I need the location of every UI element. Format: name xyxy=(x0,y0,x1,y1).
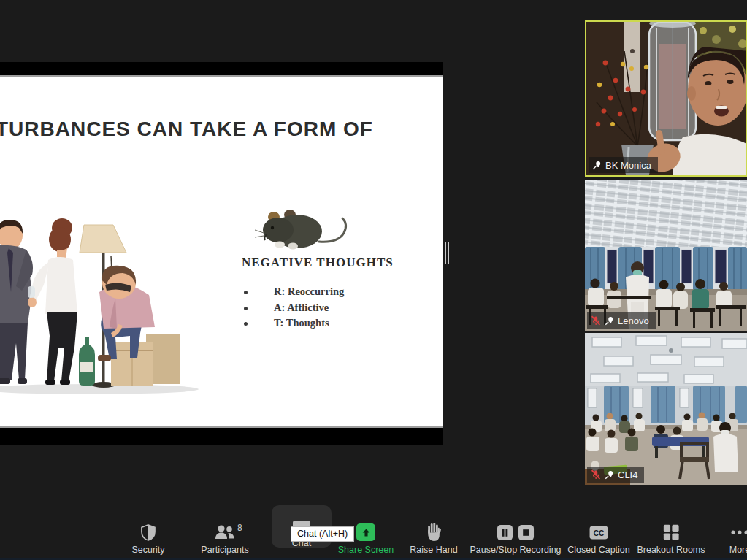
slide-heading: NEGATIVE THOUGHTS xyxy=(242,256,394,270)
participants-label: Participants xyxy=(201,545,248,555)
recording-label: Pause/Stop Recording xyxy=(470,545,561,555)
shared-screen-slide: TURBANCES CAN TAKE A FORM OF xyxy=(0,62,443,445)
breakout-rooms-label: Breakout Rooms xyxy=(637,545,705,555)
slide-bullet-list: R: Reoccurring A: Afflictive T: Thoughts xyxy=(244,285,344,333)
participant-name-badge: Lenovo xyxy=(587,312,656,329)
list-item: A: Afflictive xyxy=(244,302,344,318)
participant-name-badge: BK Monica xyxy=(589,157,658,173)
participant-name: CLI4 xyxy=(618,469,637,480)
video-tile-cli4[interactable]: CLI4 xyxy=(585,333,747,485)
video-frame-classroom-1 xyxy=(585,180,747,331)
svg-text:CC: CC xyxy=(594,529,605,537)
slide-letterbox-top xyxy=(0,62,443,77)
resize-bar xyxy=(448,242,449,264)
cc-icon: CC xyxy=(588,522,610,542)
pin-icon xyxy=(605,470,614,480)
slide-letterbox-bottom xyxy=(0,426,443,445)
hand-icon xyxy=(426,522,442,542)
video-frame-classroom-2 xyxy=(585,333,747,485)
breakout-rooms-button[interactable]: Breakout Rooms xyxy=(629,511,713,558)
stop-icon[interactable] xyxy=(518,524,535,541)
share-screen-label: Share Screen xyxy=(338,545,394,555)
ellipsis-icon xyxy=(730,522,747,542)
mic-off-icon xyxy=(591,315,601,326)
pause-icon[interactable] xyxy=(497,524,513,541)
security-label: Security xyxy=(131,545,164,555)
participants-button[interactable]: 8 Participants xyxy=(187,511,263,558)
slide-title: TURBANCES CAN TAKE A FORM OF xyxy=(0,118,373,141)
list-item: T: Thoughts xyxy=(244,317,344,333)
more-button[interactable]: More xyxy=(718,511,747,558)
more-label: More xyxy=(729,545,747,555)
mic-off-icon xyxy=(591,469,601,480)
bullet-text: R: Reoccurring xyxy=(274,285,344,298)
people-icon xyxy=(214,522,236,542)
participant-name-badge: CLI4 xyxy=(587,467,644,483)
slide-illustration-rat xyxy=(252,205,354,253)
pause-stop-recording-button[interactable]: Pause/Stop Recording xyxy=(464,511,567,558)
pin-icon xyxy=(605,316,614,326)
shield-icon xyxy=(139,522,157,542)
pin-icon xyxy=(592,161,602,170)
resize-bar xyxy=(445,242,446,264)
bullet-text: A: Afflictive xyxy=(274,302,329,314)
closed-caption-label: Closed Caption xyxy=(567,545,629,555)
bullet-dot xyxy=(244,322,248,326)
zoom-meeting-window: { "slide": { "title": "TURBANCES CAN TAK… xyxy=(0,0,747,560)
meeting-toolbar: Security 8 Participants Chat xyxy=(0,511,747,560)
participant-name: Lenovo xyxy=(618,315,649,326)
raise-hand-button[interactable]: Raise Hand xyxy=(403,511,464,558)
grid-icon xyxy=(662,522,680,542)
bullet-text: T: Thoughts xyxy=(274,317,329,329)
raise-hand-label: Raise Hand xyxy=(410,545,457,555)
arrow-up-icon xyxy=(356,523,375,541)
bullet-dot xyxy=(244,307,248,310)
video-tile-lenovo[interactable]: Lenovo xyxy=(585,180,747,331)
list-item: R: Reoccurring xyxy=(244,285,344,302)
video-tile-bk-monica[interactable]: BK Monica xyxy=(585,20,747,177)
participant-name: BK Monica xyxy=(605,160,651,171)
bullet-dot xyxy=(244,291,248,294)
security-button[interactable]: Security xyxy=(117,511,180,558)
closed-caption-button[interactable]: CC Closed Caption xyxy=(561,511,637,558)
slide-illustration-people xyxy=(0,204,199,403)
chat-tooltip: Chat (Alt+H) xyxy=(291,526,354,542)
video-frame-speaker xyxy=(586,22,747,175)
participants-count-badge: 8 xyxy=(237,523,242,533)
